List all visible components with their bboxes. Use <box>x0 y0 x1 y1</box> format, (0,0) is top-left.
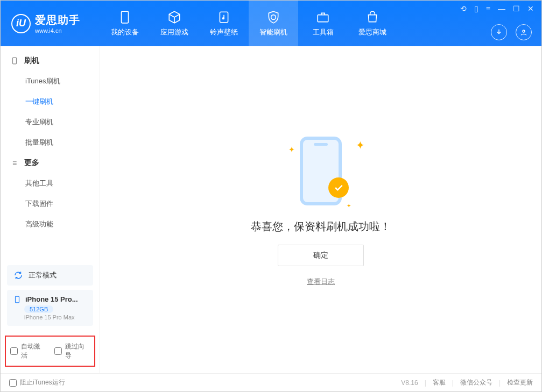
svg-rect-6 <box>16 296 19 303</box>
wechat-link[interactable]: 微信公众号 <box>460 378 492 387</box>
app-name: 爱思助手 <box>35 13 80 27</box>
more-icon: ≡ <box>10 159 19 167</box>
close-icon[interactable]: ✕ <box>527 4 534 13</box>
nav-apps-games[interactable]: 应用游戏 <box>150 1 199 46</box>
sidebar-cat-flash: 刷机 <box>1 51 100 71</box>
check-update-link[interactable]: 检查更新 <box>507 378 533 387</box>
sidebar-item-download-fw[interactable]: 下载固件 <box>1 194 100 214</box>
sidebar-item-pro[interactable]: 专业刷机 <box>1 112 100 132</box>
success-message: 恭喜您，保资料刷机成功啦！ <box>251 219 391 234</box>
success-illustration: ✦ ✦ ✦ <box>283 133 358 209</box>
checkmark-badge-icon <box>328 177 349 198</box>
nav-my-device[interactable]: 我的设备 <box>100 1 150 46</box>
view-log-link[interactable]: 查看日志 <box>307 277 335 287</box>
phone-icon[interactable]: ▯ <box>474 4 478 13</box>
bag-icon <box>365 10 379 24</box>
svg-point-4 <box>523 30 525 32</box>
nav-smart-flash[interactable]: 智能刷机 <box>249 1 298 46</box>
nav-toolbox[interactable]: 工具箱 <box>298 1 348 46</box>
user-button[interactable] <box>516 24 532 40</box>
version-label: V8.16 <box>401 379 418 387</box>
maximize-icon[interactable]: ☐ <box>513 4 520 13</box>
device-icon <box>118 10 132 24</box>
feedback-icon[interactable]: ⟲ <box>460 4 467 13</box>
nav-ringtones[interactable]: 铃声壁纸 <box>199 1 249 46</box>
sidebar-item-other-tools[interactable]: 其他工具 <box>1 173 100 194</box>
skip-wizard-checkbox[interactable]: 跳过向导 <box>54 342 90 360</box>
device-model: iPhone 15 Pro Max <box>24 314 87 320</box>
sparkle-icon: ✦ <box>288 145 295 154</box>
sidebar-item-advanced[interactable]: 高级功能 <box>1 214 100 234</box>
sync-icon <box>13 270 23 280</box>
nav-store[interactable]: 爱思商城 <box>348 1 397 46</box>
app-logo: iU 爱思助手 www.i4.cn <box>1 1 100 46</box>
device-small-icon <box>13 296 21 303</box>
device-card[interactable]: iPhone 15 Pro... 512GB iPhone 15 Pro Max <box>7 290 93 326</box>
sparkle-icon: ✦ <box>347 203 351 209</box>
briefcase-icon <box>316 10 330 24</box>
auto-activate-checkbox[interactable]: 自动激活 <box>10 342 46 360</box>
cube-icon <box>167 10 181 24</box>
svg-rect-3 <box>318 15 328 22</box>
minimize-icon[interactable]: — <box>498 4 505 13</box>
sidebar-item-onekey[interactable]: 一键刷机 <box>1 91 100 112</box>
music-icon <box>217 10 231 24</box>
svg-rect-5 <box>13 58 17 64</box>
device-name: iPhone 15 Pro... <box>25 295 78 303</box>
sidebar-item-itunes[interactable]: iTunes刷机 <box>1 71 100 91</box>
app-url: www.i4.cn <box>35 27 80 34</box>
block-itunes-checkbox[interactable]: 阻止iTunes运行 <box>9 378 65 387</box>
device-capacity-badge: 512GB <box>24 305 53 313</box>
logo-icon: iU <box>11 14 31 33</box>
svg-point-2 <box>222 17 224 19</box>
device-mode-status[interactable]: 正常模式 <box>7 265 93 286</box>
sidebar-cat-more: ≡ 更多 <box>1 153 100 173</box>
svg-rect-0 <box>122 11 129 23</box>
sparkle-icon: ✦ <box>356 139 365 152</box>
download-button[interactable] <box>491 24 507 40</box>
confirm-button[interactable]: 确定 <box>278 245 364 266</box>
sidebar-item-batch[interactable]: 批量刷机 <box>1 132 100 153</box>
shield-refresh-icon <box>266 10 280 24</box>
menu-icon[interactable]: ≡ <box>486 4 490 13</box>
support-link[interactable]: 客服 <box>433 378 446 387</box>
phone-small-icon <box>10 56 19 65</box>
highlighted-options: 自动激活 跳过向导 <box>5 336 95 367</box>
